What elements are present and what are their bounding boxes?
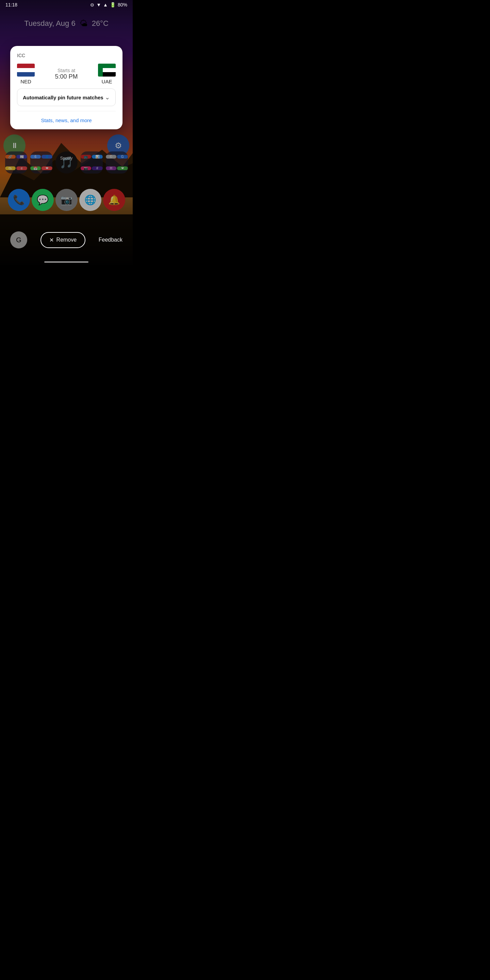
- flag-white-stripe: [17, 68, 35, 73]
- chevron-down-icon: ⌄: [105, 94, 110, 101]
- flag-blue-stripe: [17, 72, 35, 76]
- google-icon-bottom[interactable]: G: [10, 231, 27, 248]
- flag-red-stripe: [17, 64, 35, 68]
- starts-at-label: Starts at: [35, 68, 98, 73]
- modal-title: ICC: [17, 53, 116, 58]
- match-time: 5:00 PM: [55, 73, 78, 80]
- flag-uae: [98, 64, 116, 76]
- auto-pin-button[interactable]: Automatically pin future matches ⌄: [17, 89, 116, 106]
- flag-uae-green: [103, 64, 116, 68]
- battery-percent: 80%: [118, 2, 127, 8]
- bottom-bar: G ✕ Remove Feedback: [0, 215, 133, 266]
- signal-icon: ▲: [103, 2, 108, 8]
- team-ned-label: NED: [21, 79, 31, 84]
- remove-icon: ✕: [49, 237, 54, 243]
- feedback-button[interactable]: Feedback: [99, 237, 123, 243]
- remove-label: Remove: [56, 237, 77, 243]
- flag-uae-white: [103, 68, 116, 73]
- flag-netherlands: [17, 64, 35, 76]
- remove-button[interactable]: ✕ Remove: [40, 232, 86, 248]
- team-uae-block: UAE: [98, 64, 116, 84]
- auto-pin-label: Automatically pin future matches: [23, 95, 103, 100]
- battery-icon: 🔋: [110, 2, 116, 8]
- home-indicator: [44, 261, 89, 263]
- flag-uae-red: [98, 64, 103, 76]
- icc-match-card: ICC NED Starts at 5:00 PM: [10, 46, 123, 129]
- team-ned-block: NED: [17, 64, 35, 84]
- dnd-icon: ⊖: [90, 2, 94, 8]
- wifi-icon: ▼: [96, 2, 101, 8]
- team-uae-label: UAE: [102, 79, 112, 84]
- status-time: 11:18: [5, 2, 18, 8]
- match-row: NED Starts at 5:00 PM UAE: [17, 64, 116, 84]
- status-icons: ⊖ ▼ ▲ 🔋 80%: [90, 2, 127, 8]
- flag-uae-stripes: [103, 64, 116, 76]
- match-info: Starts at 5:00 PM: [35, 68, 98, 80]
- status-bar: 11:18 ⊖ ▼ ▲ 🔋 80%: [0, 0, 133, 10]
- flag-uae-black: [103, 72, 116, 76]
- stats-news-link[interactable]: Stats, news, and more: [17, 116, 116, 124]
